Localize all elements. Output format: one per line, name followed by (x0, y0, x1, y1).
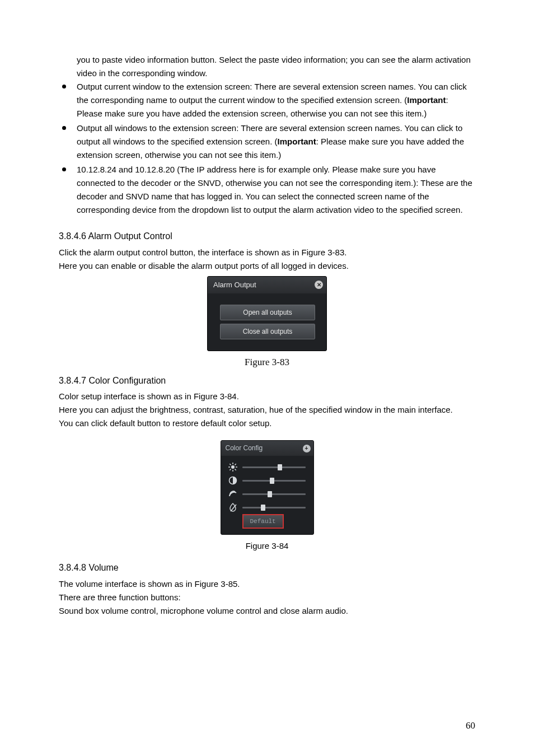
svg-line-7 (229, 469, 231, 470)
important-label: Important (278, 137, 316, 146)
bullet-list: Output current window to the extension s… (59, 80, 475, 217)
bullet-output-all: Output all windows to the extension scre… (59, 122, 475, 162)
sec3-p2: There are three function buttons: (59, 591, 475, 604)
contrast-slider[interactable] (242, 480, 306, 482)
sec3-p3: Sound box volume control, microphone vol… (59, 604, 475, 618)
alarm-output-title: Alarm Output (213, 279, 256, 291)
heading-color-config: 3.8.4.7 Color Configuration (59, 374, 475, 388)
svg-point-0 (231, 465, 235, 469)
heading-alarm-output: 3.8.4.6 Alarm Output Control (59, 229, 475, 244)
heading-volume: 3.8.4.8 Volume (59, 561, 475, 575)
svg-line-6 (235, 469, 236, 470)
bullet-output-current: Output current window to the extension s… (59, 80, 475, 120)
saturation-slider[interactable] (242, 493, 306, 495)
collapse-icon[interactable]: + (303, 445, 311, 452)
sec2-p2: Here you can adjust the brightness, cont… (59, 403, 475, 417)
color-config-dialog: Color Config + (221, 440, 314, 535)
saturation-icon (227, 489, 239, 498)
hue-icon (227, 503, 239, 512)
figure-3-84-caption: Figure 3-84 (59, 539, 475, 553)
open-all-outputs-button[interactable]: Open all outputs (220, 305, 315, 320)
close-icon[interactable]: ✕ (315, 281, 323, 289)
bullet-ip-addresses: 10.12.8.24 and 10.12.8.20 (The IP addres… (59, 163, 475, 217)
svg-line-8 (235, 464, 236, 465)
contrast-icon (227, 476, 239, 485)
close-all-outputs-button[interactable]: Close all outputs (220, 324, 315, 339)
sec2-p1: Color setup interface is shown as in Fig… (59, 390, 475, 403)
page-number: 60 (466, 720, 475, 731)
important-label: Important (407, 95, 446, 105)
sec1-p1: Click the alarm output control button, t… (59, 246, 475, 259)
svg-line-5 (229, 464, 231, 465)
default-button[interactable]: Default (242, 514, 284, 529)
alarm-output-dialog: Alarm Output ✕ Open all outputs Close al… (207, 276, 327, 352)
sec3-p1: The volume interface is shown as in Figu… (59, 577, 475, 591)
sec1-p2: Here you can enable or disable the alarm… (59, 259, 475, 273)
brightness-icon (227, 463, 239, 472)
color-config-title: Color Config (226, 443, 263, 454)
sec2-p3: You can click default button to restore … (59, 417, 475, 430)
figure-3-83-caption: Figure 3-83 (59, 354, 475, 370)
brightness-slider[interactable] (242, 466, 306, 468)
intro-continuation: you to paste video information button. S… (59, 53, 475, 80)
hue-slider[interactable] (242, 507, 306, 508)
